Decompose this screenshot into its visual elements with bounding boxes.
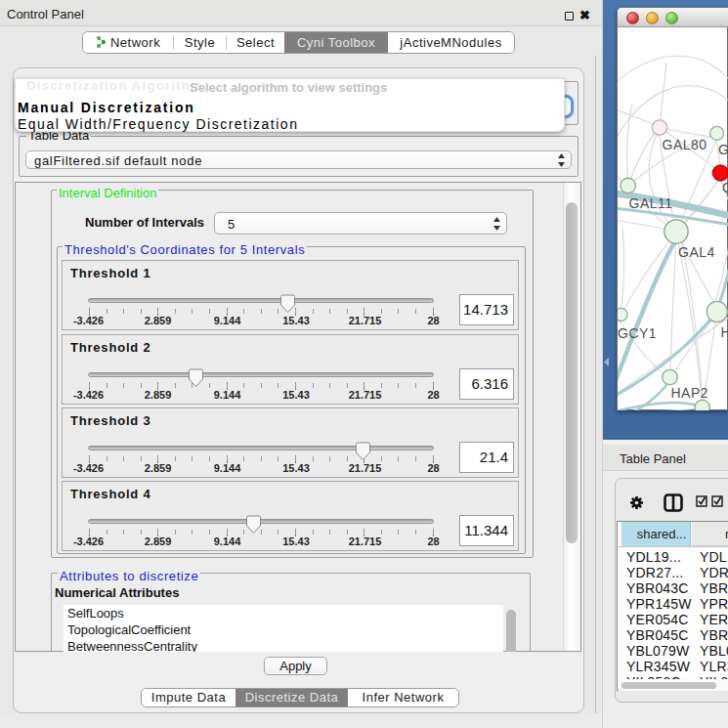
svg-text:HAP2: HAP2 — [671, 385, 709, 401]
svg-text:GAL80: GAL80 — [663, 137, 707, 152]
svg-text:GCY1: GCY1 — [618, 325, 657, 341]
svg-text:GAL11: GAL11 — [629, 195, 673, 211]
svg-text:GAL4: GAL4 — [678, 244, 715, 260]
svg-text:GA: GA — [718, 142, 728, 157]
svg-text:H: H — [721, 324, 728, 340]
svg-text:G: G — [722, 180, 728, 195]
